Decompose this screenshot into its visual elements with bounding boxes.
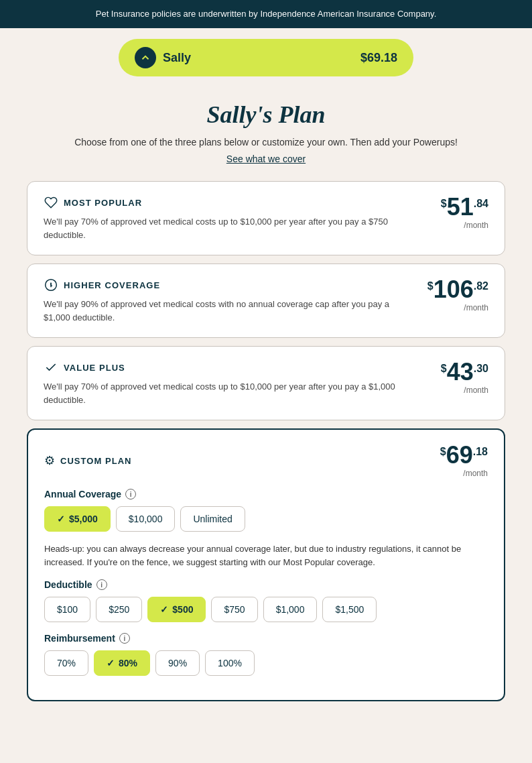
pet-name: Sally (163, 51, 191, 65)
plan-card-value-plus[interactable]: VALUE PLUS We'll pay 70% of approved vet… (27, 346, 505, 420)
option-Unlimited[interactable]: Unlimited (180, 506, 245, 532)
deductible-section: Deductible i $100$250✓ $500$750$1,000$1,… (44, 579, 488, 622)
option--250[interactable]: $250 (96, 597, 142, 622)
pet-banner[interactable]: Sally $69.18 (119, 39, 413, 76)
plan-card-higher-coverage[interactable]: HIGHER COVERAGE We'll pay 90% of approve… (27, 263, 505, 338)
plan-icon-value-plus (44, 360, 58, 375)
custom-price-month: /month (440, 469, 488, 478)
option--750[interactable]: $750 (211, 597, 257, 622)
custom-price-main: 69 (446, 443, 473, 467)
plan-header-value-plus: VALUE PLUS (44, 360, 427, 375)
plan-card-most-popular[interactable]: MOST POPULAR We'll pay 70% of approved v… (27, 181, 505, 255)
option--1-500[interactable]: $1,500 (322, 597, 377, 622)
plan-icon-higher-coverage (44, 278, 58, 292)
custom-header-left: ⚙ CUSTOM PLAN (44, 453, 132, 468)
option--5-000[interactable]: ✓ $5,000 (44, 506, 111, 532)
main-content: Sally's Plan Choose from one of the thre… (0, 87, 532, 736)
plan-label-value-plus: VALUE PLUS (64, 363, 125, 373)
checkmark-icon: ✓ (107, 658, 115, 668)
heads-up-text: Heads-up: you can always decrease your a… (44, 542, 488, 569)
reimbursement-section: Reimbursement i 70%✓ 80%90%100% (44, 633, 488, 676)
deductible-options: $100$250✓ $500$750$1,000$1,500 (44, 597, 488, 622)
plan-card-left-most-popular: MOST POPULAR We'll pay 70% of approved v… (44, 195, 441, 241)
option-80-[interactable]: ✓ 80% (94, 650, 150, 676)
option--100[interactable]: $100 (44, 597, 90, 622)
plan-desc-higher-coverage: We'll pay 90% of approved vet medical co… (44, 298, 414, 324)
annual-coverage-section: Annual Coverage i ✓ $5,000$10,000Unlimit… (44, 489, 488, 569)
pet-price: $69.18 (360, 51, 397, 65)
option--500[interactable]: ✓ $500 (147, 597, 206, 622)
custom-price-cents: .18 (473, 446, 488, 458)
plan-desc-value-plus: We'll pay 70% of approved vet medical co… (44, 380, 427, 406)
plan-card-left-value-plus: VALUE PLUS We'll pay 70% of approved vet… (44, 360, 441, 406)
top-bar: Pet Insurance policies are underwritten … (0, 0, 532, 28)
gear-icon: ⚙ (44, 453, 55, 468)
custom-price-dollar: $ (440, 446, 446, 458)
custom-plan-label: CUSTOM PLAN (60, 456, 132, 466)
plan-price-most-popular: $ 51 .84 /month (441, 195, 488, 230)
plan-header-higher-coverage: HIGHER COVERAGE (44, 278, 414, 292)
option--10-000[interactable]: $10,000 (116, 506, 176, 532)
reimbursement-title: Reimbursement i (44, 633, 488, 644)
plan-subtitle: Choose from one of the three plans below… (27, 137, 505, 148)
option-70-[interactable]: 70% (44, 650, 88, 676)
option-100-[interactable]: 100% (205, 650, 255, 676)
option-90-[interactable]: 90% (155, 650, 200, 676)
annual-coverage-options: ✓ $5,000$10,000Unlimited (44, 506, 488, 532)
see-what-link-container: See what we cover (27, 153, 505, 165)
plan-icon-most-popular (44, 195, 58, 210)
custom-plan-price: $ 69 .18 /month (440, 443, 488, 478)
custom-card-header: ⚙ CUSTOM PLAN $ 69 .18 /month (44, 443, 488, 478)
plan-label-higher-coverage: HIGHER COVERAGE (64, 280, 160, 290)
plan-cards-container: MOST POPULAR We'll pay 70% of approved v… (27, 181, 505, 420)
plan-card-left-higher-coverage: HIGHER COVERAGE We'll pay 90% of approve… (44, 278, 427, 324)
custom-plan-card: ⚙ CUSTOM PLAN $ 69 .18 /month Annual Cov… (27, 428, 505, 701)
reimbursement-info-icon[interactable]: i (119, 633, 130, 644)
checkmark-icon: ✓ (160, 604, 168, 615)
pet-icon (135, 47, 156, 68)
plan-price-higher-coverage: $ 106 .82 /month (427, 278, 488, 312)
pet-banner-left: Sally (135, 47, 191, 68)
plan-desc-most-popular: We'll pay 70% of approved vet medical co… (44, 215, 427, 241)
see-what-link[interactable]: See what we cover (226, 154, 306, 164)
page-title: Sally's Plan (27, 101, 505, 129)
plan-label-most-popular: MOST POPULAR (64, 198, 142, 208)
reimbursement-options: 70%✓ 80%90%100% (44, 650, 488, 676)
deductible-title: Deductible i (44, 579, 488, 590)
top-bar-text: Pet Insurance policies are underwritten … (96, 9, 437, 19)
annual-coverage-title: Annual Coverage i (44, 489, 488, 500)
option--1-000[interactable]: $1,000 (263, 597, 318, 622)
plan-price-value-plus: $ 43 .30 /month (441, 360, 488, 395)
deductible-info-icon[interactable]: i (96, 579, 107, 590)
annual-coverage-info-icon[interactable]: i (125, 489, 136, 500)
checkmark-icon: ✓ (57, 514, 65, 524)
plan-header-most-popular: MOST POPULAR (44, 195, 427, 210)
